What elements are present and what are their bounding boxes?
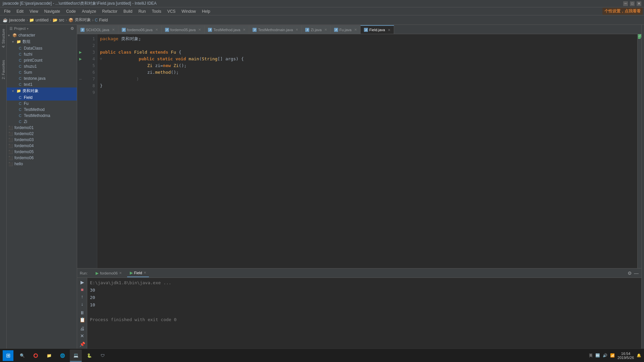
taskbar-search[interactable]: 🔍 [16, 350, 28, 362]
code-content[interactable]: package 类和对象; public class Field extends… [97, 34, 637, 268]
run-button-line3[interactable]: ▶ [77, 49, 84, 56]
menu-build[interactable]: Build [121, 8, 135, 14]
structure-panel-btn[interactable]: 4: Structure [1, 26, 6, 51]
stop-button[interactable]: ■ [78, 287, 86, 293]
bc-javacode: javacode [9, 18, 25, 22]
toolbar-notification[interactable]: 个性设置，点我看看 [602, 8, 643, 15]
tree-item-fordemo03[interactable]: ⬛ fordemo03 [7, 137, 77, 143]
tab-testmethod[interactable]: J TestMethod.java ✕ [205, 25, 249, 34]
favorites-panel-btn[interactable]: 2: Favorites [1, 57, 6, 82]
breadcrumb-field[interactable]: C Field [95, 18, 108, 22]
tab-close-zi[interactable]: ✕ [324, 28, 327, 32]
menu-tools[interactable]: Tools [149, 8, 164, 14]
run-button-line4[interactable]: ▶ [77, 56, 84, 62]
menu-code[interactable]: Code [63, 8, 78, 14]
menu-file[interactable]: File [1, 8, 13, 14]
tree-item-testmethod[interactable]: C TestMethod [7, 107, 77, 113]
tree-item-fordemo04[interactable]: ⬛ fordemo04 [7, 143, 77, 149]
run-settings-btn[interactable]: ⚙ [628, 270, 632, 276]
run-tab-close-field[interactable]: ✕ [144, 271, 146, 275]
menu-run[interactable]: Run [136, 8, 149, 14]
tab-close-testmethodmain[interactable]: ✕ [296, 28, 298, 32]
tree-item-leihediuxiang[interactable]: ▾ 📁 类和对象 [7, 87, 77, 95]
sidebar-gear-icon[interactable]: ⚙ [70, 26, 74, 31]
tree-item-field[interactable]: C Field [7, 95, 77, 101]
maximize-button[interactable]: □ [630, 1, 635, 6]
tree-item-fordemo02[interactable]: ⬛ fordemo02 [7, 131, 77, 137]
project-header-label: Project [14, 26, 25, 31]
tab-school[interactable]: J SCHOOL.java ✕ [77, 25, 118, 34]
tab-icon-testmethodmain: J [253, 28, 257, 32]
run-pause-btn[interactable]: ⏸ [78, 310, 86, 316]
close-button[interactable]: ✕ [637, 1, 641, 6]
fold-icon-7[interactable]: } [137, 76, 139, 82]
clock-time: 16:54 [618, 352, 634, 356]
project-header[interactable]: ☰ Project ▾ ⚙ [7, 25, 77, 32]
taskbar-cortana[interactable]: ⭕ [30, 350, 42, 362]
scroll-down-btn[interactable]: ↓ [78, 301, 86, 307]
tree-item-fordemo01[interactable]: ⬛ fordemo01 [7, 125, 77, 131]
tree-item-fuzhi[interactable]: C fuzhi [7, 51, 77, 57]
tab-close-fu[interactable]: ✕ [354, 28, 357, 32]
menu-view[interactable]: View [27, 8, 41, 14]
tree-item-dataclass[interactable]: C DataClass [7, 45, 77, 51]
fold-button-line7[interactable]: — [77, 76, 84, 82]
taskbar-antivirus[interactable]: 🛡 [97, 350, 109, 362]
breadcrumb-untitled[interactable]: 📁 untitled [29, 18, 49, 22]
tab-fu[interactable]: J Fu.java ✕ [331, 25, 361, 34]
run-print-btn[interactable]: 🖨 [78, 325, 86, 331]
run-close-panel-btn[interactable]: ✕ [78, 333, 86, 339]
tree-item-fu[interactable]: C Fu [7, 101, 77, 107]
tree-item-character[interactable]: ▾ 📦 character [7, 32, 77, 38]
start-button[interactable]: ⊞ [3, 350, 13, 361]
menu-vcs[interactable]: VCS [165, 8, 178, 14]
run-dump-btn[interactable]: 📋 [78, 317, 86, 323]
run-pin-btn[interactable]: 📌 [78, 341, 86, 347]
scroll-up-btn[interactable]: ↑ [78, 294, 86, 300]
run-tab-close-fordemo06[interactable]: ✕ [119, 271, 122, 275]
tab-close-field[interactable]: ✕ [388, 28, 390, 32]
run-tab-fordemo06[interactable]: ▶ fordemo06 ✕ [93, 269, 124, 277]
tree-item-fordemo06[interactable]: ⬛ fordemo06 [7, 155, 77, 161]
tab-close-fordemo06[interactable]: ✕ [155, 28, 158, 32]
tab-close-school[interactable]: ✕ [112, 28, 115, 32]
menu-window[interactable]: Window [179, 8, 199, 14]
tab-close-fordemo05[interactable]: ✕ [198, 28, 201, 32]
taskbar-volume[interactable]: 🔊 [603, 353, 607, 358]
tab-field[interactable]: J Field.java ✕ [361, 25, 394, 34]
tab-fordemo06[interactable]: J fordemo06.java ✕ [118, 25, 162, 34]
menu-refactor[interactable]: Refactor [100, 8, 120, 14]
rerun-button[interactable]: ▶ [78, 279, 86, 285]
tree-item-sum[interactable]: C Sum [7, 69, 77, 75]
tree-item-testone[interactable]: C testone.java [7, 75, 77, 81]
tree-item-testmethodma[interactable]: C TestMethodma [7, 113, 77, 119]
taskbar-file-explorer[interactable]: 📁 [43, 350, 55, 362]
breadcrumb-src[interactable]: 📂 src [53, 18, 64, 22]
taskbar-network[interactable]: 📶 [610, 353, 615, 358]
menu-edit[interactable]: Edit [14, 8, 26, 14]
tree-item-fordemo05[interactable]: ⬛ fordemo05 [7, 149, 77, 155]
taskbar-intellij[interactable]: 💻 [70, 350, 82, 362]
tab-fordemo05[interactable]: J fordemo05.java ✕ [162, 25, 205, 34]
tab-testmethodmain[interactable]: J TestMethodmain.java ✕ [249, 25, 302, 34]
code-editor[interactable]: ▶ ▶ — 1 2 3 4 5 6 7 8 9 [77, 34, 641, 268]
tab-close-testmethod[interactable]: ✕ [243, 28, 246, 32]
menu-help[interactable]: Help [199, 8, 213, 14]
breadcrumb-javacode[interactable]: ☕ javacode [3, 18, 25, 22]
taskbar-edge[interactable]: 🌐 [56, 350, 68, 362]
tree-item-array[interactable]: ▾ 📁 数组 [7, 38, 77, 45]
menu-navigate[interactable]: Navigate [42, 8, 63, 14]
menu-analyze[interactable]: Analyze [79, 8, 99, 14]
run-minimize-btn[interactable]: — [634, 270, 639, 276]
tree-item-hello[interactable]: ⬛ hello [7, 161, 77, 167]
tree-item-text1[interactable]: C text1 [7, 81, 77, 87]
minimize-button[interactable]: ─ [623, 1, 628, 6]
taskbar-pycharm[interactable]: 🐍 [83, 350, 95, 362]
tab-zi[interactable]: J Zi.java ✕ [302, 25, 330, 34]
tree-item-zi[interactable]: C Zi [7, 119, 77, 125]
tree-item-printcount[interactable]: C printCount [7, 57, 77, 63]
breadcrumb-package[interactable]: 📦 类和对象 [68, 17, 91, 23]
tree-item-shuzu1[interactable]: C shuzu1 [7, 63, 77, 69]
run-tab-field[interactable]: ▶ Field ✕ [127, 269, 149, 277]
taskbar-notification[interactable]: 🔔 [637, 353, 641, 358]
